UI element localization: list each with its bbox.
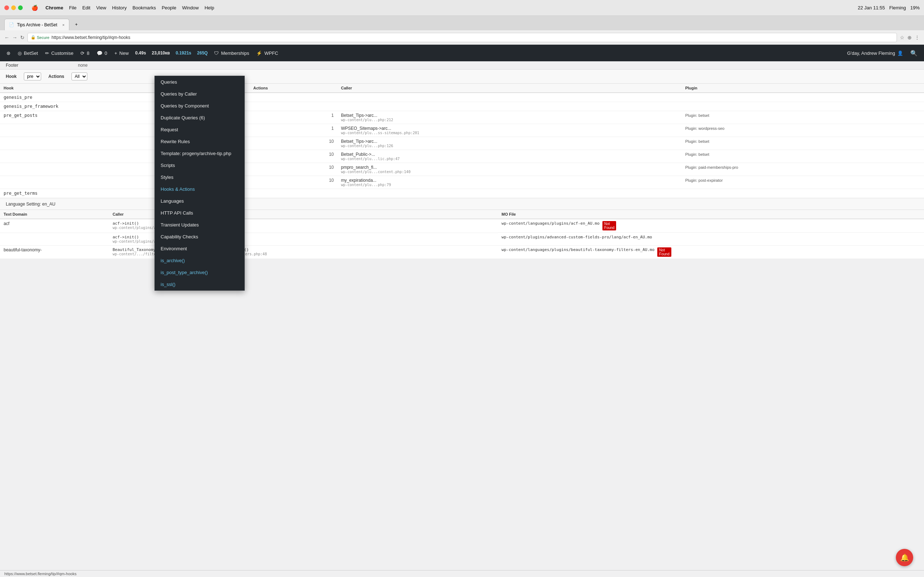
betset-menu[interactable]: ◎ BetSet bbox=[14, 45, 42, 61]
menu-icon[interactable]: ⋮ bbox=[914, 35, 920, 40]
bookmark-icon[interactable]: ☆ bbox=[900, 35, 905, 40]
lang-table-head: Text Domain Caller MO File bbox=[0, 210, 924, 219]
plus-icon: + bbox=[115, 50, 117, 56]
refresh-button[interactable]: ↻ bbox=[20, 35, 24, 40]
qm-menu-hooks-actions[interactable]: Hooks & Actions bbox=[155, 183, 244, 195]
edit-menu[interactable]: Edit bbox=[82, 5, 90, 10]
actions-cell: 10 bbox=[250, 176, 338, 189]
plugin-label: Plugin: wordpress-seo bbox=[685, 126, 724, 131]
qm-menu-request[interactable]: Request bbox=[155, 124, 244, 135]
table-row: acf->init() wp-content/plugins/advanced-… bbox=[0, 233, 924, 245]
user-avatar: 👤 bbox=[897, 50, 903, 56]
maximize-button[interactable] bbox=[18, 5, 23, 10]
caller-cell bbox=[338, 102, 682, 111]
browser-menu-label[interactable]: Chrome bbox=[45, 5, 63, 10]
qm-query-count[interactable]: 265Q bbox=[194, 45, 210, 61]
new-tab-icon: + bbox=[75, 22, 78, 27]
table-row: genesis_pre_framework bbox=[0, 102, 924, 111]
caller-file: wp-content/plu...lic.php:47 bbox=[341, 157, 678, 161]
qm-query-time[interactable]: 0.1921s bbox=[173, 45, 194, 61]
active-tab[interactable]: 📄 Tips Archive - BetSet × bbox=[4, 19, 69, 30]
qm-menu-styles[interactable]: Styles bbox=[155, 171, 244, 183]
history-menu[interactable]: History bbox=[112, 5, 126, 10]
table-row: 10 Betset_Tips->arc... wp-content/plu...… bbox=[0, 137, 924, 150]
wpfc-menu[interactable]: ⚡ WPFC bbox=[253, 45, 281, 61]
qm-menu-queries[interactable]: Queries bbox=[155, 76, 244, 88]
domain-cell: beautiful-taxonomy- bbox=[0, 245, 109, 259]
actions-cell bbox=[250, 93, 338, 102]
footer-value: none bbox=[78, 63, 88, 68]
file-menu[interactable]: File bbox=[69, 5, 76, 10]
language-section: Language Setting: en_AU Text Domain Call… bbox=[0, 199, 924, 259]
tab-close-button[interactable]: × bbox=[63, 23, 65, 27]
extensions-icon[interactable]: ⊕ bbox=[908, 35, 912, 40]
caller-file: wp-content/plu...php:126 bbox=[341, 144, 678, 148]
caller-cell: my_expirationda... wp-content/plu...php:… bbox=[338, 176, 682, 189]
menubar-time: 22 Jan 11:55 bbox=[858, 5, 885, 10]
qm-menu-scripts[interactable]: Scripts bbox=[155, 160, 244, 171]
qm-menu-queries-by-component[interactable]: Queries by Component bbox=[155, 100, 244, 112]
actions-filter-select[interactable]: All bbox=[71, 73, 87, 81]
qm-menu-template[interactable]: Template: progeny/archive-tip.php bbox=[155, 148, 244, 160]
hooks-table-head: Hook Actions Caller Plugin bbox=[0, 84, 924, 93]
qm-menu-transient[interactable]: Transient Updates bbox=[155, 219, 244, 231]
table-row: acf acf->init() wp-content/plugins/advan… bbox=[0, 219, 924, 233]
col-caller: Caller bbox=[338, 84, 682, 93]
qm-menu-queries-by-caller[interactable]: Queries by Caller bbox=[155, 88, 244, 100]
window-menu[interactable]: Window bbox=[182, 5, 199, 10]
qm-menu-environment[interactable]: Environment bbox=[155, 243, 244, 255]
forward-button[interactable]: → bbox=[12, 35, 17, 40]
qm-time[interactable]: 0.49s bbox=[132, 45, 149, 61]
comment-icon: 💬 bbox=[97, 50, 102, 56]
qm-menu-rewrite-rules[interactable]: Rewrite Rules bbox=[155, 135, 244, 148]
qm-menu-is-archive[interactable]: is_archive() bbox=[155, 255, 244, 266]
qm-menu-duplicate-queries[interactable]: Duplicate Queries (6) bbox=[155, 112, 244, 124]
user-greeting[interactable]: G'day, Andrew Fleming 👤 bbox=[843, 45, 907, 61]
caller-cell: WPSEO_Sitemaps->arc... wp-content/plu...… bbox=[338, 124, 682, 137]
table-row: pre_get_posts 1 Betset_Tips->arc... wp-c… bbox=[0, 111, 924, 124]
comments-menu[interactable]: 💬 0 bbox=[93, 45, 111, 61]
hooks-panel: Hook pre Actions All Hook Actions Caller… bbox=[0, 69, 924, 198]
mo-file-cell: wp-content/languages/plugins/acf-en_AU.m… bbox=[498, 219, 924, 233]
qm-menu-capability[interactable]: Capability Checks bbox=[155, 231, 244, 243]
hooks-table: Hook Actions Caller Plugin genesis_pre bbox=[0, 84, 924, 198]
back-button[interactable]: ← bbox=[4, 35, 10, 40]
customise-label: Customise bbox=[51, 50, 73, 56]
plugin-cell bbox=[682, 189, 924, 198]
hooks-table-wrap: Hook Actions Caller Plugin genesis_pre bbox=[0, 84, 924, 198]
caller-cell: Betset_Tips->arc... wp-content/plu...php… bbox=[338, 111, 682, 124]
updates-menu[interactable]: ⟳ 8 bbox=[77, 45, 93, 61]
adminbar-search[interactable]: 🔍 bbox=[907, 50, 921, 56]
mo-file-path: wp-content/languages/plugins/acf-en_AU.m… bbox=[502, 221, 600, 226]
bookmarks-menu[interactable]: Bookmarks bbox=[132, 5, 156, 10]
hook-filter-select[interactable]: pre bbox=[24, 73, 41, 81]
tab-favicon: 📄 bbox=[9, 23, 14, 27]
lang-table-body: acf acf->init() wp-content/plugins/advan… bbox=[0, 219, 924, 259]
qm-menu-is-post-type-archive[interactable]: is_post_type_archive() bbox=[155, 266, 244, 278]
new-tab-button[interactable]: + bbox=[71, 19, 85, 30]
memberships-menu[interactable]: 🛡 Memberships bbox=[210, 45, 253, 61]
language-header: Language Setting: en_AU bbox=[0, 199, 924, 210]
plugin-label: Plugin: post-expirator bbox=[685, 178, 723, 182]
new-menu[interactable]: + New bbox=[111, 45, 132, 61]
hook-name: genesis_pre_framework bbox=[3, 104, 58, 109]
footer-row: Footer none bbox=[0, 61, 924, 69]
address-box[interactable]: 🔒 Secure https://www.betset.fleming/tip/… bbox=[27, 33, 897, 42]
qm-memory[interactable]: 23,010кв bbox=[149, 45, 173, 61]
help-menu[interactable]: Help bbox=[205, 5, 215, 10]
traffic-lights[interactable] bbox=[4, 5, 23, 10]
caller-cell bbox=[338, 93, 682, 102]
customise-menu[interactable]: ✏ Customise bbox=[42, 45, 77, 61]
view-menu[interactable]: View bbox=[96, 5, 106, 10]
col-actions: Actions bbox=[250, 84, 338, 93]
people-menu[interactable]: People bbox=[162, 5, 176, 10]
qm-menu-languages[interactable]: Languages bbox=[155, 195, 244, 207]
plugin-cell: Plugin: paid-memberships-pro bbox=[682, 163, 924, 176]
wp-adminbar: ⊛ ◎ BetSet ✏ Customise ⟳ 8 💬 0 + New 0.4… bbox=[0, 45, 924, 61]
actions-filter-label: Actions bbox=[48, 74, 64, 79]
close-button[interactable] bbox=[4, 5, 9, 10]
wp-logo[interactable]: ⊛ bbox=[3, 45, 14, 61]
minimize-button[interactable] bbox=[11, 5, 16, 10]
apple-icon[interactable]: 🍎 bbox=[31, 5, 38, 11]
qm-menu-http-api[interactable]: HTTP API Calls bbox=[155, 207, 244, 219]
